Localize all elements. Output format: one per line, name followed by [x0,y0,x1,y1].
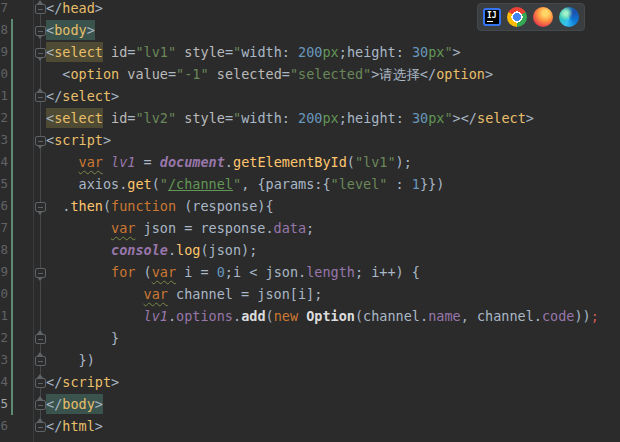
code-line[interactable]: 12<select id="lv2" style="width: 200px;h… [0,107,620,129]
fold-marker-icon[interactable] [35,422,46,432]
code-line-text: var json = response.data; [46,217,314,239]
line-number: 23 [0,349,8,371]
line-number: 22 [0,327,8,349]
code-line[interactable]: 19 for (var i = 0;i < json.length; i++) … [0,261,620,283]
code-line-text: </html> [46,415,103,437]
fold-marker-icon[interactable] [35,400,46,410]
idea-logo-letters: IJ [487,11,497,20]
code-line-text: } [46,327,119,349]
code-line[interactable]: 17 var json = response.data; [0,217,620,239]
fold-marker-icon[interactable] [35,26,46,36]
code-line-text: </select> [46,85,119,107]
edge-icon[interactable] [559,7,579,27]
line-number: 13 [0,129,8,151]
line-number: 8 [0,19,8,41]
line-number: 25 [0,393,8,415]
fold-marker-icon[interactable] [35,92,46,102]
code-line-text: var channel = json[i]; [46,283,322,305]
code-line-text: lv1.options.add(new Option(channel.name,… [46,305,599,327]
firefox-icon[interactable] [533,7,553,27]
code-line[interactable]: 24</script> [0,371,620,393]
code-line[interactable]: 25</body> [0,393,620,415]
line-number: 7 [0,0,8,19]
code-line[interactable]: 13<script> [0,129,620,151]
code-line[interactable]: 9<select id="lv1" style="width: 200px;he… [0,41,620,63]
line-number: 15 [0,173,8,195]
line-number: 10 [0,63,8,85]
fold-marker-icon[interactable] [35,4,46,14]
code-line-text: </head> [46,0,103,19]
code-line-text: }) [46,349,95,371]
code-line[interactable]: 15 axios.get("/channel", {params:{"level… [0,173,620,195]
fold-marker-icon[interactable] [35,268,46,278]
code-line[interactable]: 18 console.log(json); [0,239,620,261]
code-line[interactable]: 23 }) [0,349,620,371]
line-number: 9 [0,41,8,63]
idea-logo-underscore [487,21,493,23]
code-line[interactable]: 21 lv1.options.add(new Option(channel.na… [0,305,620,327]
line-number: 24 [0,371,8,393]
code-editor[interactable]: 7</head>8<body>9<select id="lv1" style="… [0,0,620,442]
fold-marker-icon[interactable] [35,334,46,344]
line-number: 11 [0,85,8,107]
line-number: 18 [0,239,8,261]
fold-marker-icon[interactable] [35,136,46,146]
code-line-text: </body> [46,393,103,415]
fold-marker-icon[interactable] [35,48,46,58]
line-number: 16 [0,195,8,217]
line-number: 21 [0,305,8,327]
ide-editor-screenshot: { "theme": { "background": "#2b2b2b", "l… [0,0,620,442]
fold-marker-icon[interactable] [35,378,46,388]
line-number: 20 [0,283,8,305]
code-line-text: <body> [46,19,95,41]
code-line[interactable]: 22 } [0,327,620,349]
code-line[interactable]: 11</select> [0,85,620,107]
code-line-text: <select id="lv2" style="width: 200px;hei… [46,107,534,129]
browser-preview-toolbar: IJ [477,3,585,31]
code-line-text: axios.get("/channel", {params:{"level" :… [46,173,444,195]
code-line-text: var lv1 = document.getElementById("lv1")… [46,151,412,173]
code-line[interactable]: 10 <option value="-1" selected="selected… [0,63,620,85]
line-number: 12 [0,107,8,129]
code-line[interactable]: 14 var lv1 = document.getElementById("lv… [0,151,620,173]
code-line-text: .then(function (response){ [46,195,274,217]
code-line[interactable]: 16 .then(function (response){ [0,195,620,217]
chrome-icon[interactable] [507,7,527,27]
line-number: 26 [0,415,8,437]
line-number: 19 [0,261,8,283]
code-line-text: <script> [46,129,111,151]
code-line-text: <option value="-1" selected="selected">请… [46,63,493,85]
line-number: 14 [0,151,8,173]
fold-marker-icon[interactable] [35,356,46,366]
fold-marker-icon[interactable] [35,202,46,212]
line-number: 17 [0,217,8,239]
code-line-text: </script> [46,371,119,393]
code-line[interactable]: 26</html> [0,415,620,437]
intellij-idea-icon[interactable]: IJ [483,8,501,26]
code-lines-container: 7</head>8<body>9<select id="lv1" style="… [0,0,620,437]
code-line-text: console.log(json); [46,239,257,261]
code-line[interactable]: 20 var channel = json[i]; [0,283,620,305]
code-line-text: for (var i = 0;i < json.length; i++) { [46,261,420,283]
code-line-text: <select id="lv1" style="width: 200px;hei… [46,41,461,63]
